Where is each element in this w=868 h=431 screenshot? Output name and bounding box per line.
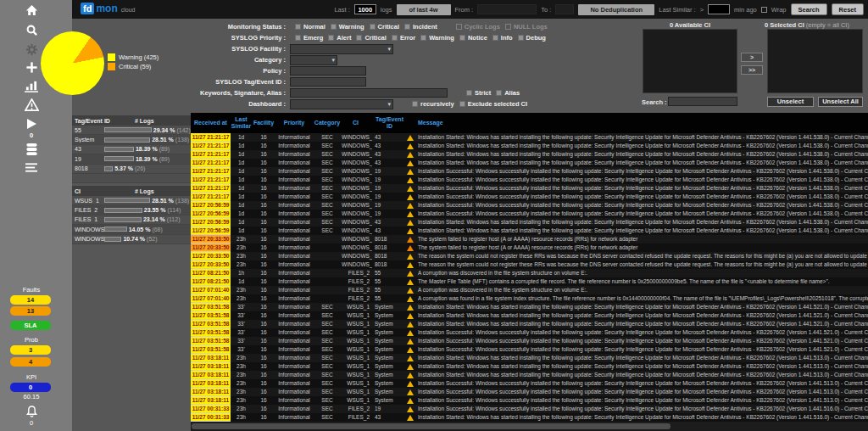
log-row[interactable]: 11/27 21:21:171d16InformationalSECWINDOW… bbox=[191, 150, 868, 159]
search-button[interactable]: Search bbox=[791, 3, 827, 15]
unselect-all-button[interactable]: Unselect All bbox=[818, 97, 863, 107]
column-header-received-at[interactable]: Received at bbox=[191, 113, 231, 133]
log-row[interactable]: 11/27 20:56:591d16InformationalSECWINDOW… bbox=[191, 210, 868, 218]
checkbox-warning[interactable] bbox=[331, 24, 337, 30]
log-row[interactable]: 11/27 21:21:171d16InformationalSECWINDOW… bbox=[191, 176, 868, 184]
syslog-tag-event-input[interactable] bbox=[290, 77, 366, 87]
tag-summary-row[interactable]: 5529.34 %(142) bbox=[72, 126, 191, 135]
prob-warning-badge[interactable]: 3 bbox=[10, 345, 51, 355]
syslog-facility-select[interactable]: ▾ bbox=[290, 44, 393, 54]
available-ci-listbox[interactable] bbox=[643, 29, 737, 93]
column-header-priority[interactable]: Priority bbox=[275, 113, 313, 133]
column-header-last-similar[interactable]: Last Similar bbox=[231, 113, 252, 133]
log-row[interactable]: 11/27 20:33:5023h16InformationalWINDOWS_… bbox=[191, 252, 868, 260]
log-row[interactable]: 11/27 03:18:1123h16InformationalSECWSUS_… bbox=[191, 371, 868, 379]
log-row[interactable]: 11/27 03:51:5833'16InformationalSECWSUS_… bbox=[191, 303, 868, 311]
last-count-input[interactable] bbox=[354, 4, 376, 14]
checkbox-normal[interactable] bbox=[295, 24, 301, 30]
deduplication-dropdown[interactable]: No Deduplication bbox=[578, 4, 654, 15]
list-icon[interactable] bbox=[0, 162, 63, 173]
ci-summary-row[interactable]: FILES_123.14 %(112) bbox=[72, 216, 191, 225]
log-row[interactable]: 11/27 03:18:1123h16InformationalSECWSUS_… bbox=[191, 354, 868, 362]
checkbox-cyclic-logs[interactable] bbox=[456, 24, 462, 30]
log-row[interactable]: 11/27 21:21:171d16InformationalSECWINDOW… bbox=[191, 133, 868, 142]
log-row[interactable]: 11/27 20:56:591d16InformationalSECWINDOW… bbox=[191, 227, 868, 235]
tag-summary-row[interactable]: System28.51 %(138) bbox=[72, 135, 191, 144]
move-all-button[interactable]: >> bbox=[741, 65, 763, 75]
log-row[interactable]: 11/27 07:01:4023h16InformationalFILES_25… bbox=[191, 286, 868, 294]
dashboard-select[interactable]: ▾ bbox=[290, 99, 393, 109]
tag-summary-row[interactable]: 80185.37 %(26) bbox=[72, 165, 191, 174]
sla-badge[interactable]: SLA bbox=[10, 321, 51, 330]
log-row[interactable]: 11/27 03:51:5833'16InformationalSECWSUS_… bbox=[191, 337, 868, 345]
column-header-tag-event-id[interactable]: Tag/Event ID bbox=[372, 113, 404, 133]
checkbox-strict[interactable] bbox=[466, 90, 472, 96]
log-row[interactable]: 11/27 20:33:5023h16InformationalWINDOWS_… bbox=[191, 243, 868, 252]
log-row[interactable]: 11/27 03:51:5833'16InformationalSECWSUS_… bbox=[191, 320, 868, 328]
column-header-category[interactable]: Category bbox=[313, 113, 342, 133]
log-row[interactable]: 11/27 21:21:171d16InformationalSECWINDOW… bbox=[191, 159, 868, 167]
faults-warning-badge[interactable]: 14 bbox=[10, 295, 51, 305]
log-row[interactable]: 11/27 03:51:5833'16InformationalSECWSUS_… bbox=[191, 345, 868, 354]
horizontal-scrollbar[interactable] bbox=[191, 422, 868, 431]
scrollbar-thumb[interactable] bbox=[192, 423, 670, 429]
checkbox-alert[interactable] bbox=[328, 35, 334, 41]
log-row[interactable]: 11/27 21:21:171d16InformationalSECWINDOW… bbox=[191, 193, 868, 201]
ci-summary-row[interactable]: WINDOWS_210.74 %(52) bbox=[72, 235, 191, 244]
log-row[interactable]: 11/27 07:01:4023h16InformationalFILES_25… bbox=[191, 294, 868, 303]
to-input[interactable] bbox=[555, 4, 574, 14]
log-row[interactable]: 11/27 08:21:501h16InformationalFILES_255… bbox=[191, 269, 868, 277]
reset-button[interactable]: Reset bbox=[832, 3, 864, 15]
log-row[interactable]: 11/27 00:31:3323h16InformationalSECFILES… bbox=[191, 405, 868, 413]
checkbox-debug[interactable] bbox=[518, 35, 524, 41]
checkbox-null-logs[interactable] bbox=[505, 24, 511, 30]
category-select[interactable]: ▾ bbox=[290, 55, 337, 65]
log-row[interactable]: 11/27 08:21:501d16InformationalFILES_255… bbox=[191, 277, 868, 286]
checkbox-recursively[interactable] bbox=[412, 101, 418, 107]
column-header-ci[interactable]: CI bbox=[342, 113, 372, 133]
selected-ci-listbox[interactable] bbox=[767, 29, 863, 93]
checkbox-warning[interactable] bbox=[420, 35, 426, 41]
log-row[interactable]: 11/27 03:18:1123h16InformationalSECWSUS_… bbox=[191, 379, 868, 388]
ci-summary-row[interactable]: WINDOWS_114.05 %(68) bbox=[72, 225, 191, 234]
checkbox-info[interactable] bbox=[492, 35, 498, 41]
move-selected-button[interactable]: > bbox=[741, 53, 763, 62]
log-row[interactable]: 11/27 21:21:171d16InformationalSECWINDOW… bbox=[191, 142, 868, 150]
kpi-badge[interactable]: 0 bbox=[10, 383, 51, 392]
from-input[interactable] bbox=[477, 4, 537, 14]
checkbox-incident[interactable] bbox=[404, 24, 410, 30]
checkbox-notice[interactable] bbox=[459, 35, 465, 41]
log-row[interactable]: 11/27 20:56:591d16InformationalSECWINDOW… bbox=[191, 218, 868, 227]
column-header-message[interactable]: Message bbox=[416, 113, 868, 133]
log-row[interactable]: 11/27 03:18:1123h16InformationalSECWSUS_… bbox=[191, 362, 868, 371]
column-header-facility[interactable]: Facility bbox=[252, 113, 275, 133]
checkbox-critical[interactable] bbox=[356, 35, 362, 41]
checkbox-emerg[interactable] bbox=[295, 35, 301, 41]
app-logo[interactable]: fd mon cloud bbox=[81, 3, 135, 14]
home-icon[interactable] bbox=[0, 4, 63, 16]
log-row[interactable]: 11/27 21:21:171d16InformationalSECWINDOW… bbox=[191, 167, 868, 176]
time-range-dropdown[interactable]: of last 4w bbox=[397, 4, 451, 15]
tag-summary-row[interactable]: 4318.39 %(89) bbox=[72, 145, 191, 154]
unselect-button[interactable]: Unselect bbox=[767, 97, 814, 107]
play-icon[interactable] bbox=[0, 118, 63, 130]
ci-summary-row[interactable]: WSUS_128.51 %(138) bbox=[72, 196, 191, 205]
log-row[interactable]: 11/27 00:31:3323h16InformationalSECFILES… bbox=[191, 413, 868, 422]
bell-icon[interactable] bbox=[0, 406, 63, 417]
log-row[interactable]: 11/27 03:51:5833'16InformationalSECWSUS_… bbox=[191, 328, 868, 337]
log-row[interactable]: 11/27 20:56:591d16InformationalSECWINDOW… bbox=[191, 201, 868, 210]
tag-summary-row[interactable]: 1918.39 %(89) bbox=[72, 154, 191, 164]
ci-search-input[interactable] bbox=[668, 97, 737, 106]
log-row[interactable]: 11/27 20:33:5023h16InformationalWINDOWS_… bbox=[191, 260, 868, 269]
faults-critical-badge[interactable]: 13 bbox=[10, 306, 51, 316]
log-row[interactable]: 11/27 20:33:5023h16InformationalWINDOWS_… bbox=[191, 235, 868, 243]
ci-summary-row[interactable]: FILES_223.55 %(114) bbox=[72, 205, 191, 215]
checkbox-alias[interactable] bbox=[496, 90, 502, 96]
wrap-checkbox[interactable] bbox=[761, 7, 767, 13]
search-icon[interactable] bbox=[0, 24, 63, 36]
log-row[interactable]: 11/27 03:51:5833'16InformationalSECWSUS_… bbox=[191, 311, 868, 320]
checkbox-exclude-selected-ci[interactable] bbox=[459, 101, 465, 107]
alerts-icon[interactable] bbox=[0, 98, 63, 111]
log-row[interactable]: 11/27 03:18:1123h16InformationalSECWSUS_… bbox=[191, 396, 868, 405]
log-row[interactable]: 11/27 21:21:171d16InformationalSECWINDOW… bbox=[191, 184, 868, 193]
